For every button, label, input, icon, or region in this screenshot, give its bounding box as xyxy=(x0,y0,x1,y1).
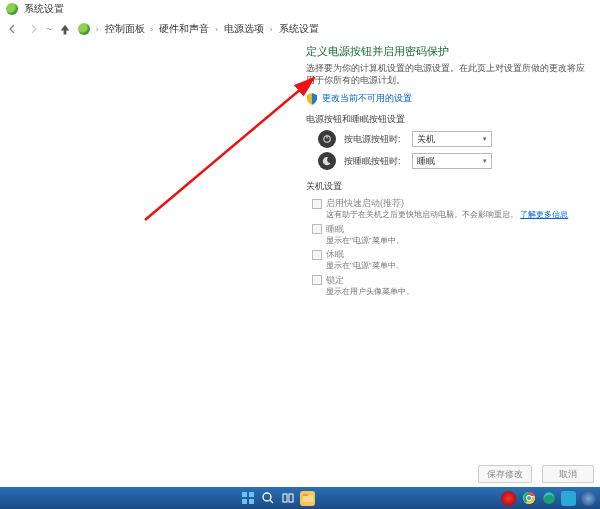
navbar: ~ › 控制面板 › 硬件和声音 › 电源选项 › 系统设置 xyxy=(0,18,600,40)
power-button-label: 按电源按钮时: xyxy=(344,133,404,146)
svg-rect-3 xyxy=(249,492,254,497)
crumb-system-settings: 系统设置 xyxy=(279,22,319,36)
taskbar xyxy=(0,487,600,509)
page-body: 定义电源按钮并启用密码保护 选择要为你的计算机设置的电源设置。在此页上对设置所做… xyxy=(306,44,586,299)
checkbox-sleep[interactable] xyxy=(312,224,322,234)
chevron-down-icon: ▾ xyxy=(483,135,487,143)
svg-rect-2 xyxy=(242,492,247,497)
opt-lock: 锁定 显示在用户头像菜单中。 xyxy=(312,274,586,297)
shutdown-heading: 关机设置 xyxy=(306,180,586,193)
sleep-button-label: 按睡眠按钮时: xyxy=(344,155,404,168)
app-icon xyxy=(6,3,18,15)
crumb-hardware[interactable]: 硬件和声音 xyxy=(159,22,209,36)
opt-label: 锁定 xyxy=(326,274,344,287)
control-panel-icon xyxy=(78,23,90,35)
cancel-button[interactable]: 取消 xyxy=(542,465,594,483)
checkbox-lock[interactable] xyxy=(312,275,322,285)
tray-app-2-icon[interactable] xyxy=(561,491,576,506)
shield-icon xyxy=(306,93,318,105)
svg-rect-11 xyxy=(303,494,308,496)
chevron-down-icon: ▾ xyxy=(483,157,487,165)
search-icon[interactable] xyxy=(260,491,275,506)
task-view-icon[interactable] xyxy=(280,491,295,506)
crumb-control-panel[interactable]: 控制面板 xyxy=(105,22,145,36)
sleep-button-row: 按睡眠按钮时: 睡眠 ▾ xyxy=(318,152,586,170)
opt-label: 启用快速启动(推荐) xyxy=(326,197,404,210)
svg-rect-8 xyxy=(283,494,287,502)
power-button-select[interactable]: 关机 ▾ xyxy=(412,131,492,147)
tray-app-3-icon[interactable] xyxy=(581,491,596,506)
svg-rect-9 xyxy=(289,494,293,502)
section-buttons-heading: 电源按钮和睡眠按钮设置 xyxy=(306,113,586,126)
tray-app-1-icon[interactable] xyxy=(501,491,516,506)
checkbox-hibernate[interactable] xyxy=(312,250,322,260)
opt-label: 休眠 xyxy=(326,248,344,261)
up-button[interactable] xyxy=(58,22,72,36)
opt-sleep: 睡眠 显示在"电源"菜单中。 xyxy=(312,223,586,246)
opt-desc: 显示在"电源"菜单中。 xyxy=(326,236,586,246)
edge-icon[interactable] xyxy=(541,491,556,506)
change-settings-row: 更改当前不可用的设置 xyxy=(306,92,586,105)
explorer-icon[interactable] xyxy=(300,491,315,506)
chrome-icon[interactable] xyxy=(521,491,536,506)
svg-rect-5 xyxy=(249,499,254,504)
page-title: 定义电源按钮并启用密码保护 xyxy=(306,44,586,59)
opt-desc: 显示在用户头像菜单中。 xyxy=(326,287,586,297)
svg-rect-10 xyxy=(303,495,313,502)
opt-hibernate: 休眠 显示在"电源"菜单中。 xyxy=(312,248,586,271)
opt-label: 睡眠 xyxy=(326,223,344,236)
checkbox-fast-startup[interactable] xyxy=(312,199,322,209)
start-icon[interactable] xyxy=(240,491,255,506)
button-bar: 保存修改 取消 xyxy=(478,463,594,485)
page-subtitle: 选择要为你的计算机设置的电源设置。在此页上对设置所做的更改将应用于你所有的电源计… xyxy=(306,63,586,86)
back-button[interactable] xyxy=(6,22,20,36)
opt-desc: 这有助于在关机之后更快地启动电脑。不会影响重启。 xyxy=(326,210,518,219)
sleep-button-value: 睡眠 xyxy=(417,155,435,168)
nav-sep: ~ xyxy=(46,24,52,35)
content-area: 定义电源按钮并启用密码保护 选择要为你的计算机设置的电源设置。在此页上对设置所做… xyxy=(0,40,600,469)
change-unavailable-link[interactable]: 更改当前不可用的设置 xyxy=(322,92,412,105)
forward-button[interactable] xyxy=(26,22,40,36)
svg-rect-4 xyxy=(242,499,247,504)
chevron-icon: › xyxy=(151,25,154,34)
learn-more-link[interactable]: 了解更多信息 xyxy=(520,210,568,219)
crumb-power-options[interactable]: 电源选项 xyxy=(224,22,264,36)
opt-desc: 显示在"电源"菜单中。 xyxy=(326,261,586,271)
shutdown-section: 关机设置 启用快速启动(推荐) 这有助于在关机之后更快地启动电脑。不会影响重启。… xyxy=(306,180,586,297)
sleep-button-select[interactable]: 睡眠 ▾ xyxy=(412,153,492,169)
power-icon xyxy=(318,130,336,148)
save-button[interactable]: 保存修改 xyxy=(478,465,532,483)
chevron-icon: › xyxy=(270,25,273,34)
chevron-icon: › xyxy=(215,25,218,34)
svg-line-7 xyxy=(270,500,273,503)
chevron-icon: › xyxy=(96,25,99,34)
sleep-icon xyxy=(318,152,336,170)
svg-point-6 xyxy=(263,493,271,501)
power-button-value: 关机 xyxy=(417,133,435,146)
titlebar: 系统设置 xyxy=(0,0,600,18)
window-title: 系统设置 xyxy=(24,2,64,16)
opt-fast-startup: 启用快速启动(推荐) 这有助于在关机之后更快地启动电脑。不会影响重启。 了解更多… xyxy=(312,197,586,220)
power-button-row: 按电源按钮时: 关机 ▾ xyxy=(318,130,586,148)
